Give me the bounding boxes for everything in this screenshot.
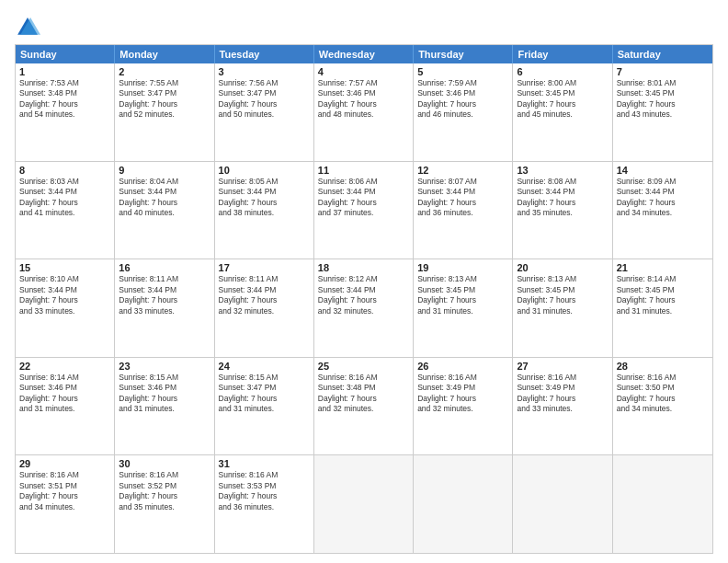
day-number: 2 bbox=[119, 66, 210, 77]
day-number: 7 bbox=[617, 66, 709, 77]
day-number: 13 bbox=[517, 165, 608, 176]
day-number: 4 bbox=[318, 66, 409, 77]
day-number: 16 bbox=[119, 262, 210, 273]
day-cell-20: 20Sunrise: 8:13 AMSunset: 3:45 PMDayligh… bbox=[513, 259, 612, 357]
day-number: 5 bbox=[417, 66, 508, 77]
day-info: Sunrise: 8:16 AMSunset: 3:51 PMDaylight:… bbox=[19, 470, 110, 512]
day-info: Sunrise: 8:09 AMSunset: 3:44 PMDaylight:… bbox=[617, 177, 709, 219]
day-number: 10 bbox=[219, 165, 310, 176]
day-cell-14: 14Sunrise: 8:09 AMSunset: 3:44 PMDayligh… bbox=[613, 162, 712, 259]
header-day-thursday: Thursday bbox=[414, 45, 513, 63]
header bbox=[15, 11, 713, 40]
day-info: Sunrise: 8:16 AMSunset: 3:50 PMDaylight:… bbox=[617, 373, 709, 415]
day-number: 23 bbox=[119, 361, 210, 372]
day-info: Sunrise: 8:04 AMSunset: 3:44 PMDaylight:… bbox=[119, 177, 210, 219]
day-info: Sunrise: 8:16 AMSunset: 3:49 PMDaylight:… bbox=[517, 373, 608, 415]
day-cell-4: 4Sunrise: 7:57 AMSunset: 3:46 PMDaylight… bbox=[314, 63, 414, 161]
day-cell-17: 17Sunrise: 8:11 AMSunset: 3:44 PMDayligh… bbox=[215, 259, 314, 357]
day-info: Sunrise: 8:16 AMSunset: 3:49 PMDaylight:… bbox=[417, 373, 508, 415]
page: SundayMondayTuesdayWednesdayThursdayFrid… bbox=[0, 0, 728, 563]
calendar-row-1: 8Sunrise: 8:03 AMSunset: 3:44 PMDaylight… bbox=[16, 162, 712, 260]
day-cell-16: 16Sunrise: 8:11 AMSunset: 3:44 PMDayligh… bbox=[115, 259, 214, 357]
day-info: Sunrise: 8:00 AMSunset: 3:45 PMDaylight:… bbox=[517, 78, 608, 121]
day-number: 15 bbox=[19, 262, 110, 273]
day-info: Sunrise: 8:15 AMSunset: 3:47 PMDaylight:… bbox=[219, 373, 310, 415]
day-cell-9: 9Sunrise: 8:04 AMSunset: 3:44 PMDaylight… bbox=[115, 162, 214, 259]
day-cell-23: 23Sunrise: 8:15 AMSunset: 3:46 PMDayligh… bbox=[115, 358, 214, 455]
empty-cell bbox=[414, 455, 513, 553]
day-cell-29: 29Sunrise: 8:16 AMSunset: 3:51 PMDayligh… bbox=[16, 455, 115, 553]
day-cell-7: 7Sunrise: 8:01 AMSunset: 3:45 PMDaylight… bbox=[613, 63, 712, 161]
day-info: Sunrise: 8:16 AMSunset: 3:53 PMDaylight:… bbox=[219, 470, 310, 512]
day-info: Sunrise: 7:56 AMSunset: 3:47 PMDaylight:… bbox=[219, 78, 310, 121]
header-day-sunday: Sunday bbox=[16, 45, 115, 63]
day-number: 14 bbox=[617, 165, 709, 176]
day-info: Sunrise: 8:07 AMSunset: 3:44 PMDaylight:… bbox=[417, 177, 508, 219]
day-number: 17 bbox=[219, 262, 310, 273]
calendar-row-2: 15Sunrise: 8:10 AMSunset: 3:44 PMDayligh… bbox=[16, 259, 712, 358]
day-number: 31 bbox=[219, 458, 310, 469]
calendar-header: SundayMondayTuesdayWednesdayThursdayFrid… bbox=[16, 45, 712, 63]
day-number: 6 bbox=[517, 66, 608, 77]
header-day-tuesday: Tuesday bbox=[215, 45, 314, 63]
day-number: 24 bbox=[219, 361, 310, 372]
day-cell-5: 5Sunrise: 7:59 AMSunset: 3:46 PMDaylight… bbox=[414, 63, 513, 161]
day-cell-15: 15Sunrise: 8:10 AMSunset: 3:44 PMDayligh… bbox=[16, 259, 115, 357]
day-number: 26 bbox=[417, 361, 508, 372]
day-cell-24: 24Sunrise: 8:15 AMSunset: 3:47 PMDayligh… bbox=[215, 358, 314, 455]
day-number: 30 bbox=[119, 458, 210, 469]
calendar-row-3: 22Sunrise: 8:14 AMSunset: 3:46 PMDayligh… bbox=[16, 358, 712, 456]
day-info: Sunrise: 8:16 AMSunset: 3:48 PMDaylight:… bbox=[318, 373, 409, 415]
day-info: Sunrise: 8:05 AMSunset: 3:44 PMDaylight:… bbox=[219, 177, 310, 219]
day-info: Sunrise: 8:01 AMSunset: 3:45 PMDaylight:… bbox=[617, 78, 709, 121]
header-day-wednesday: Wednesday bbox=[314, 45, 414, 63]
day-cell-19: 19Sunrise: 8:13 AMSunset: 3:45 PMDayligh… bbox=[414, 259, 513, 357]
day-number: 25 bbox=[318, 361, 409, 372]
empty-cell bbox=[314, 455, 414, 553]
day-info: Sunrise: 8:12 AMSunset: 3:44 PMDaylight:… bbox=[318, 274, 409, 316]
day-cell-21: 21Sunrise: 8:14 AMSunset: 3:45 PMDayligh… bbox=[613, 259, 712, 357]
day-info: Sunrise: 8:10 AMSunset: 3:44 PMDaylight:… bbox=[19, 274, 110, 316]
day-info: Sunrise: 7:59 AMSunset: 3:46 PMDaylight:… bbox=[417, 78, 508, 121]
calendar-body: 1Sunrise: 7:53 AMSunset: 3:48 PMDaylight… bbox=[16, 63, 712, 553]
day-number: 27 bbox=[517, 361, 608, 372]
day-info: Sunrise: 8:06 AMSunset: 3:44 PMDaylight:… bbox=[318, 177, 409, 219]
day-info: Sunrise: 8:15 AMSunset: 3:46 PMDaylight:… bbox=[119, 373, 210, 415]
day-cell-10: 10Sunrise: 8:05 AMSunset: 3:44 PMDayligh… bbox=[215, 162, 314, 259]
empty-cell bbox=[613, 455, 712, 553]
day-cell-6: 6Sunrise: 8:00 AMSunset: 3:45 PMDaylight… bbox=[513, 63, 612, 161]
day-number: 8 bbox=[19, 165, 110, 176]
day-number: 19 bbox=[417, 262, 508, 273]
day-cell-18: 18Sunrise: 8:12 AMSunset: 3:44 PMDayligh… bbox=[314, 259, 414, 357]
day-cell-22: 22Sunrise: 8:14 AMSunset: 3:46 PMDayligh… bbox=[16, 358, 115, 455]
day-cell-30: 30Sunrise: 8:16 AMSunset: 3:52 PMDayligh… bbox=[115, 455, 214, 553]
day-info: Sunrise: 8:03 AMSunset: 3:44 PMDaylight:… bbox=[19, 177, 110, 219]
day-info: Sunrise: 7:55 AMSunset: 3:47 PMDaylight:… bbox=[119, 78, 210, 121]
day-cell-31: 31Sunrise: 8:16 AMSunset: 3:53 PMDayligh… bbox=[215, 455, 314, 553]
day-cell-28: 28Sunrise: 8:16 AMSunset: 3:50 PMDayligh… bbox=[613, 358, 712, 455]
day-cell-13: 13Sunrise: 8:08 AMSunset: 3:44 PMDayligh… bbox=[513, 162, 612, 259]
day-cell-12: 12Sunrise: 8:07 AMSunset: 3:44 PMDayligh… bbox=[414, 162, 513, 259]
day-cell-25: 25Sunrise: 8:16 AMSunset: 3:48 PMDayligh… bbox=[314, 358, 414, 455]
day-info: Sunrise: 8:11 AMSunset: 3:44 PMDaylight:… bbox=[119, 274, 210, 316]
day-number: 21 bbox=[617, 262, 709, 273]
day-number: 1 bbox=[19, 66, 110, 77]
header-day-saturday: Saturday bbox=[613, 45, 712, 63]
day-number: 20 bbox=[517, 262, 608, 273]
day-info: Sunrise: 8:08 AMSunset: 3:44 PMDaylight:… bbox=[517, 177, 608, 219]
day-info: Sunrise: 7:57 AMSunset: 3:46 PMDaylight:… bbox=[318, 78, 409, 121]
day-number: 9 bbox=[119, 165, 210, 176]
day-number: 18 bbox=[318, 262, 409, 273]
header-day-monday: Monday bbox=[115, 45, 214, 63]
logo-icon bbox=[15, 15, 40, 40]
day-number: 3 bbox=[219, 66, 310, 77]
calendar-row-4: 29Sunrise: 8:16 AMSunset: 3:51 PMDayligh… bbox=[16, 455, 712, 553]
day-number: 28 bbox=[617, 361, 709, 372]
day-info: Sunrise: 8:13 AMSunset: 3:45 PMDaylight:… bbox=[417, 274, 508, 316]
day-info: Sunrise: 8:16 AMSunset: 3:52 PMDaylight:… bbox=[119, 470, 210, 512]
day-cell-26: 26Sunrise: 8:16 AMSunset: 3:49 PMDayligh… bbox=[414, 358, 513, 455]
day-cell-3: 3Sunrise: 7:56 AMSunset: 3:47 PMDaylight… bbox=[215, 63, 314, 161]
day-number: 11 bbox=[318, 165, 409, 176]
calendar-row-0: 1Sunrise: 7:53 AMSunset: 3:48 PMDaylight… bbox=[16, 63, 712, 162]
logo bbox=[15, 15, 42, 40]
